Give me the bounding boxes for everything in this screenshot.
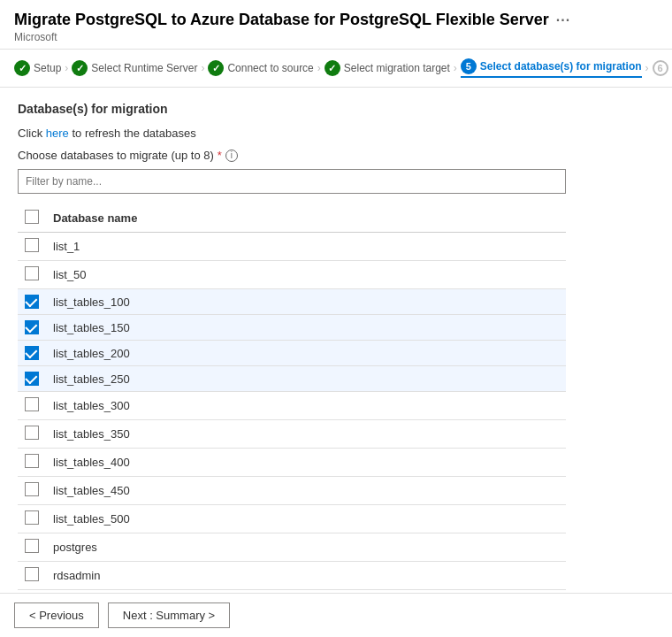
row-checkbox-cell-2 [18,289,46,315]
info-icon[interactable]: i [225,150,238,162]
choose-label: Choose databases to migrate (up to 8) * … [18,149,654,162]
row-checkbox-cell-4 [18,341,46,366]
refresh-link[interactable]: here [46,127,69,140]
refresh-prefix: Click [18,127,46,140]
db-name-list_tables_300: list_tables_300 [46,392,566,420]
step-label-setup: Setup [34,62,61,74]
step-connect[interactable]: ✓Connect to source [208,60,313,76]
row-checkbox-cell-10 [18,505,46,533]
db-checkbox-list_tables_350[interactable] [25,426,39,440]
row-checkbox-cell-6 [18,392,46,420]
db-name-list_tables_250: list_tables_250 [46,366,566,392]
required-indicator: * [218,149,222,162]
table-row: list_tables_150 [18,315,566,341]
db-name-list_tables_500: list_tables_500 [46,505,566,533]
row-checkbox-cell-0 [18,233,46,261]
db-checkbox-list_tables_150[interactable] [25,320,39,334]
row-checkbox-cell-1 [18,261,46,289]
row-checkbox-cell-12 [18,562,46,590]
table-row: list_50 [18,261,566,289]
db-name-postgres: postgres [46,533,566,562]
db-checkbox-list_tables_300[interactable] [25,397,39,411]
step-separator-2: › [317,62,321,74]
step-separator-1: › [201,62,204,74]
db-name-rdsadmin: rdsadmin [46,562,566,590]
db-checkbox-list_tables_450[interactable] [25,482,39,496]
column-header-name: Database name [46,204,566,233]
main-content: Database(s) for migration Click here to … [0,88,672,604]
table-row: rdsadmin [18,562,566,590]
db-name-list_tables_350: list_tables_350 [46,420,566,449]
db-checkbox-list_tables_100[interactable] [25,295,39,309]
step-label-connect: Connect to source [227,62,313,74]
table-row: postgres [18,533,566,562]
page-title: Migrate PostgreSQL to Azure Database for… [14,11,658,29]
step-icon-databases: 5 [461,58,477,74]
db-name-list_tables_450: list_tables_450 [46,477,566,505]
ellipsis-menu[interactable]: ··· [556,12,570,28]
step-icon-setup: ✓ [14,60,30,76]
step-label-target: Select migration target [344,62,450,74]
row-checkbox-cell-11 [18,533,46,562]
step-runtime[interactable]: ✓Select Runtime Server [72,60,197,76]
header-checkbox-cell [18,204,46,233]
row-checkbox-cell-5 [18,366,46,392]
table-row: list_tables_400 [18,449,566,477]
step-separator-3: › [454,62,457,74]
db-name-list_tables_200: list_tables_200 [46,341,566,366]
step-label-runtime: Select Runtime Server [91,62,197,74]
row-checkbox-cell-8 [18,449,46,477]
database-table: Database name list_1list_50list_tables_1… [18,204,566,590]
table-row: list_1 [18,233,566,261]
db-name-list_tables_150: list_tables_150 [46,315,566,341]
step-summary[interactable]: 6Summary [653,60,672,76]
table-row: list_tables_250 [18,366,566,392]
db-name-list_1: list_1 [46,233,566,261]
table-header-row: Database name [18,204,566,233]
step-icon-summary: 6 [653,60,668,76]
row-checkbox-cell-3 [18,315,46,341]
step-label-databases: Select database(s) for migration [480,60,642,73]
footer: < Previous Next : Summary > [0,593,672,637]
step-icon-connect: ✓ [208,60,224,76]
header: Migrate PostgreSQL to Azure Database for… [0,0,672,50]
filter-input[interactable] [18,169,566,194]
row-checkbox-cell-9 [18,477,46,505]
prev-button[interactable]: < Previous [14,602,99,628]
steps-bar: ✓Setup›✓Select Runtime Server›✓Connect t… [0,50,672,88]
table-row: list_tables_200 [18,341,566,366]
step-setup[interactable]: ✓Setup [14,60,61,76]
refresh-suffix: to refresh the databases [69,127,196,140]
choose-text: Choose databases to migrate (up to 8) [18,149,214,162]
db-name-list_50: list_50 [46,261,566,289]
table-row: list_tables_100 [18,289,566,315]
next-button[interactable]: Next : Summary > [108,602,230,628]
step-separator-4: › [645,62,649,74]
table-row: list_tables_450 [18,477,566,505]
title-text: Migrate PostgreSQL to Azure Database for… [14,11,549,29]
db-checkbox-list_tables_250[interactable] [25,372,39,386]
step-icon-target: ✓ [325,60,340,76]
db-name-list_tables_400: list_tables_400 [46,449,566,477]
table-row: list_tables_500 [18,505,566,533]
step-databases: 5Select database(s) for migration [461,58,642,78]
step-target[interactable]: ✓Select migration target [325,60,450,76]
row-checkbox-cell-7 [18,420,46,449]
db-checkbox-list_1[interactable] [25,238,39,252]
subtitle: Microsoft [14,31,658,43]
db-name-list_tables_100: list_tables_100 [46,289,566,315]
refresh-line: Click here to refresh the databases [18,127,654,140]
step-icon-runtime: ✓ [72,60,88,76]
section-title: Database(s) for migration [18,102,654,116]
table-row: list_tables_350 [18,420,566,449]
db-checkbox-list_tables_500[interactable] [25,510,39,525]
db-checkbox-list_tables_200[interactable] [25,346,39,360]
db-checkbox-list_50[interactable] [25,266,39,280]
step-separator-0: › [65,62,68,74]
table-row: list_tables_300 [18,392,566,420]
db-checkbox-rdsadmin[interactable] [25,567,39,581]
db-checkbox-postgres[interactable] [25,539,39,553]
select-all-checkbox[interactable] [25,210,39,224]
db-checkbox-list_tables_400[interactable] [25,454,39,468]
